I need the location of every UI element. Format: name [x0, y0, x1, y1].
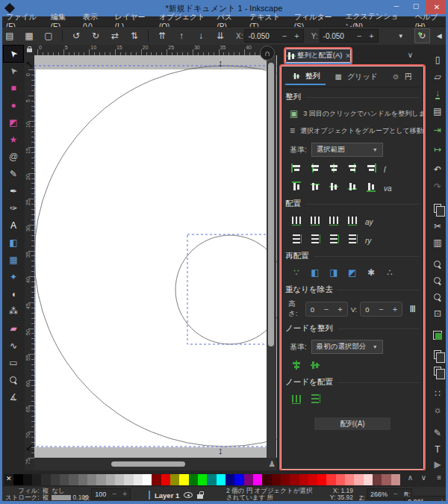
swatch-29[interactable] — [272, 474, 281, 485]
exchange-clockwise-button[interactable]: ◩ — [344, 265, 361, 280]
snap-toggle-button[interactable]: ∩ — [260, 46, 275, 60]
distribute-left-edges-button[interactable] — [288, 213, 305, 228]
shape-builder-tool[interactable]: ◩ — [4, 114, 23, 131]
swatch-5[interactable] — [51, 474, 60, 485]
scale-handle-bottom-left[interactable]: ↙ — [25, 443, 34, 452]
distribute-equal-gaps-v-button[interactable] — [344, 231, 361, 246]
center-vertical-axis-button[interactable] — [326, 161, 342, 175]
swatch-8[interactable] — [78, 474, 87, 485]
palette-scroll-up-icon[interactable]: ∧ — [408, 473, 413, 482]
overlap-h-plus-button[interactable]: + — [333, 305, 346, 314]
rectangle-tool[interactable]: ■ — [4, 80, 23, 96]
rotate-cw-button[interactable]: ↻ — [87, 28, 104, 43]
undo-icon[interactable]: ↶ — [429, 162, 447, 177]
dialog-tab-align-distribute[interactable]: 整列と配置(A) ✕ — [284, 47, 352, 65]
dialog-tab-2[interactable]: ⊙円 — [385, 69, 417, 85]
horizontal-ruler[interactable]: 051015202530354045 — [34, 45, 267, 55]
remove-overlaps-button[interactable]: Ⅲ — [405, 302, 420, 317]
palette-menu-icon[interactable]: ≡ — [437, 473, 441, 482]
vertical-ruler[interactable]: 051015202530354045505560657075 — [25, 55, 34, 470]
y-minus-button[interactable]: − — [353, 31, 365, 40]
opacity-minus-button[interactable]: − — [109, 490, 119, 498]
swatch-32[interactable] — [299, 474, 308, 485]
deselect-button[interactable]: ▢ — [40, 28, 57, 43]
node-tool[interactable]: ➤ — [4, 63, 23, 79]
relative-to-dropdown[interactable]: 選択範囲 ▼ — [311, 143, 383, 157]
swatch-38[interactable] — [354, 474, 363, 485]
layer-lock-icon[interactable] — [197, 494, 203, 499]
randomize-centers-button[interactable]: ✱ — [363, 265, 379, 280]
align-bottom-edges-button[interactable] — [344, 179, 361, 194]
swatch-39[interactable] — [364, 474, 373, 485]
swatch-11[interactable] — [106, 474, 115, 485]
y-plus-button[interactable]: + — [365, 31, 377, 40]
opacity-plus-button[interactable]: + — [119, 490, 130, 498]
zoom-tool[interactable] — [4, 372, 23, 388]
paste-icon[interactable]: ▥ — [429, 235, 447, 250]
raise-to-top-button[interactable]: ⇈ — [154, 28, 170, 43]
overlap-v-minus-button[interactable]: − — [374, 305, 388, 314]
swatch-20[interactable] — [189, 474, 198, 485]
distribute-top-edges-button[interactable] — [288, 231, 305, 246]
selector-tool[interactable]: ➤ — [4, 46, 23, 62]
connector-tool[interactable]: ∿ — [4, 337, 23, 354]
exchange-in-stacking-order-button[interactable]: ◨ — [326, 265, 342, 280]
x-plus-button[interactable]: + — [290, 31, 302, 40]
raise-button[interactable]: ↑ — [173, 28, 190, 43]
swatch-41[interactable] — [382, 474, 391, 485]
swatch-15[interactable] — [143, 474, 152, 485]
select-all-layers-button[interactable]: ▦ — [21, 28, 37, 43]
align-left-to-anchor-right-button[interactable] — [363, 161, 379, 175]
stroke-swatch[interactable] — [52, 495, 71, 500]
zoom-page-icon[interactable] — [429, 290, 447, 305]
distribute-nodes-vertical-button[interactable] — [307, 391, 323, 406]
duplicate-icon[interactable] — [429, 347, 447, 362]
align-right-edges-button[interactable] — [344, 161, 361, 175]
node-relative-to-dropdown[interactable]: 最初の選択部分 ▼ — [311, 340, 383, 354]
layer-name[interactable]: Layer 1 — [155, 491, 179, 500]
swatch-12[interactable] — [115, 474, 124, 485]
dialog-tab-1[interactable]: ▦グリッド — [327, 69, 383, 85]
rotation-plus-button[interactable]: + — [437, 497, 447, 504]
ruler-corner[interactable] — [25, 45, 34, 55]
unclump-button[interactable]: ∴ — [382, 265, 398, 280]
new-document-icon[interactable]: ▯ — [429, 52, 447, 67]
zoom-drawing-icon[interactable] — [429, 273, 447, 288]
spray-tool[interactable]: ⁂ — [4, 303, 23, 320]
rotation-value[interactable]: 0.00° — [405, 498, 426, 504]
align-left-edges-button[interactable] — [307, 161, 323, 175]
text-tool[interactable]: A — [4, 217, 23, 234]
align-nodes-horizontal-button[interactable] — [288, 358, 305, 373]
measure-tool[interactable]: ∡ — [4, 389, 23, 405]
swatch-3[interactable] — [32, 474, 41, 485]
rotation-control[interactable]: R: 0.00° − + — [404, 487, 448, 501]
swatch-24[interactable] — [225, 474, 234, 485]
opacity-control[interactable]: O: 100 − + — [83, 487, 131, 501]
gradient-tool[interactable]: ◧ — [4, 234, 23, 251]
calligraphy-tool[interactable]: ✑ — [4, 200, 23, 217]
zoom-selection-icon[interactable] — [429, 257, 447, 272]
x-value[interactable]: -0.050 — [245, 32, 278, 40]
swatch-35[interactable] — [326, 474, 335, 485]
align-bottom-to-anchor-top-button[interactable] — [288, 179, 305, 194]
swatch-25[interactable] — [234, 474, 243, 485]
swatch-36[interactable] — [336, 474, 345, 485]
pencil-tool[interactable]: ✎ — [4, 166, 23, 182]
dialog-list-chevron-icon[interactable]: ∨ — [408, 51, 413, 59]
rearrange-graph-button[interactable]: ∵ — [288, 265, 305, 280]
align-text-vertical-button[interactable]: va — [382, 179, 398, 194]
text-font-icon[interactable]: T — [429, 442, 447, 457]
align-right-to-anchor-left-button[interactable] — [288, 161, 305, 175]
eraser-tool[interactable]: ▰ — [4, 320, 23, 337]
scale-handle-top-left[interactable]: ↖ — [25, 60, 34, 69]
swatch-26[interactable] — [244, 474, 253, 485]
distribute-centers-v-button[interactable] — [307, 231, 323, 246]
palette-scroll-down-icon[interactable]: ∨ — [421, 473, 426, 482]
align-nodes-vertical-button[interactable] — [307, 358, 323, 373]
symbols-icon[interactable]: ∷ — [429, 386, 447, 401]
zoom-minus-button[interactable]: − — [391, 490, 401, 498]
maximize-button[interactable]: ▢ — [406, 0, 426, 12]
redo-icon[interactable]: ↷ — [429, 179, 447, 194]
vertical-scrollbar[interactable] — [268, 63, 274, 346]
layer-indicator[interactable]: Layer 1 — [149, 487, 203, 501]
